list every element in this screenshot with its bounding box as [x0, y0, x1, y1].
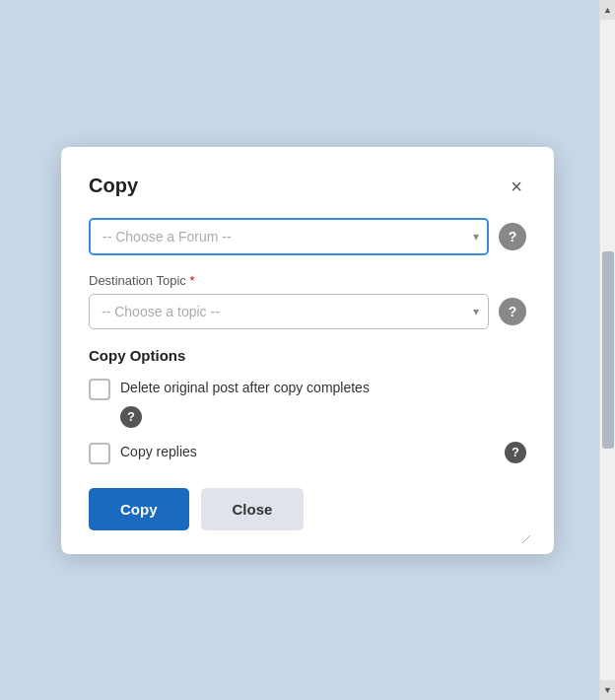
option1-help-row: ?: [120, 406, 526, 428]
forum-select[interactable]: -- Choose a Forum --: [89, 218, 489, 255]
resize-handle[interactable]: ⟋: [518, 530, 534, 548]
close-button[interactable]: Close: [201, 488, 305, 530]
scrollbar-thumb[interactable]: [602, 251, 614, 449]
destination-topic-label: Destination Topic *: [89, 273, 526, 288]
option2-row: Copy replies ?: [89, 442, 526, 464]
destination-topic-section: Destination Topic * -- Choose a topic --…: [89, 273, 526, 329]
delete-original-help-icon[interactable]: ?: [120, 406, 142, 428]
delete-original-checkbox[interactable]: [89, 379, 110, 400]
scrollbar-down-button[interactable]: ▼: [600, 680, 616, 700]
scrollbar-track: ▲ ▼: [599, 0, 615, 700]
copy-replies-help-icon[interactable]: ?: [505, 442, 526, 463]
modal-header: Copy ×: [89, 175, 526, 198]
topic-help-icon[interactable]: ?: [499, 298, 526, 325]
option1-row: Delete original post after copy complete…: [89, 378, 526, 400]
copy-options-title: Copy Options: [89, 347, 526, 364]
forum-help-icon[interactable]: ?: [499, 223, 526, 250]
scrollbar-up-button[interactable]: ▲: [600, 0, 616, 20]
topic-select-wrapper: -- Choose a topic -- ▾: [89, 294, 489, 329]
footer-buttons: Copy Close: [89, 488, 526, 530]
copy-replies-label: Copy replies: [120, 442, 495, 462]
close-icon-button[interactable]: ×: [507, 175, 526, 198]
modal-dialog: Copy × -- Choose a Forum -- ▾ ? Destinat…: [61, 147, 554, 554]
copy-button[interactable]: Copy: [89, 488, 189, 530]
modal-title: Copy: [89, 175, 138, 197]
forum-select-row: -- Choose a Forum -- ▾ ?: [89, 218, 526, 255]
copy-options-section: Copy Options Delete original post after …: [89, 347, 526, 464]
backdrop: ▲ ▼ Copy × -- Choose a Forum -- ▾ ?: [0, 0, 615, 700]
forum-select-wrapper: -- Choose a Forum -- ▾: [89, 218, 489, 255]
copy-replies-checkbox[interactable]: [89, 443, 110, 464]
topic-select-row: -- Choose a topic -- ▾ ?: [89, 294, 526, 329]
delete-original-label: Delete original post after copy complete…: [120, 378, 526, 398]
topic-select[interactable]: -- Choose a topic --: [89, 294, 489, 329]
